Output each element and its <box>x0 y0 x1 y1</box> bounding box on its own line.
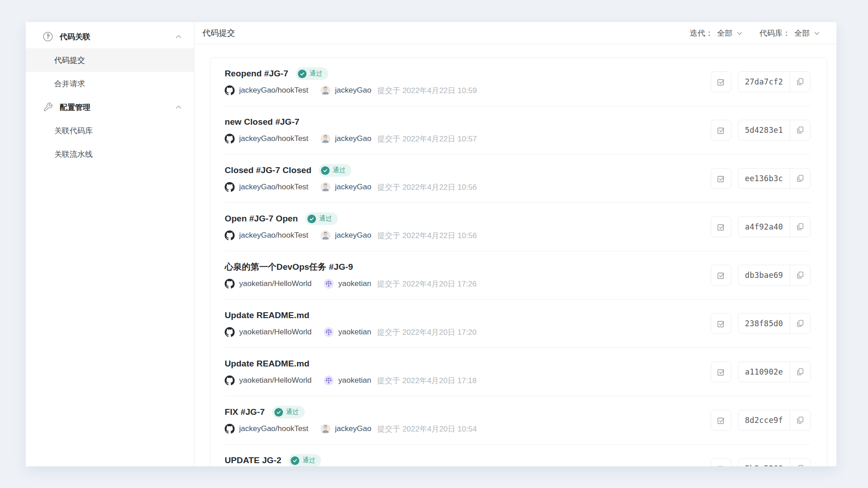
commit-row: 心泉的第一个DevOps任务 #JG-9 yaoketian/HelloWorl… <box>210 251 827 299</box>
avatar <box>324 279 334 289</box>
commit-time: 提交于 2022年4月20日 17:20 <box>377 327 476 338</box>
sidebar-item-linked-repos[interactable]: 关联代码库 <box>26 119 194 142</box>
commit-hash[interactable]: a4f92a40 <box>738 217 790 237</box>
commit-title: Reopend #JG-7 <box>225 69 288 79</box>
commit-hash[interactable]: ee136b3c <box>738 169 790 188</box>
author-name: jackeyGao <box>335 86 371 95</box>
copy-hash-button[interactable] <box>790 120 810 140</box>
repo-name: jackeyGao/hookTest <box>239 183 308 192</box>
github-icon <box>225 85 235 95</box>
commit-title: Open #JG-7 Open <box>225 214 298 224</box>
github-icon <box>225 182 235 192</box>
avatar-identicon-svg <box>324 327 334 337</box>
commit-hash-button: ee136b3c <box>738 168 811 189</box>
status-badge: 通过 <box>319 164 351 177</box>
sidebar-group-config-management[interactable]: 配置管理 <box>26 95 194 119</box>
commit-hash[interactable]: a110902e <box>738 362 790 382</box>
commit-info: 心泉的第一个DevOps任务 #JG-9 yaoketian/HelloWorl… <box>225 261 711 289</box>
copy-hash-button[interactable] <box>790 169 810 188</box>
commit-time: 提交于 2022年4月20日 17:18 <box>377 375 476 386</box>
status-badge: 通过 <box>272 406 305 418</box>
commit-hash-button: a4f92a40 <box>738 216 811 237</box>
sidebar-group-code-association[interactable]: 代码关联 <box>26 25 194 48</box>
commit-hash[interactable]: 238f85d0 <box>738 314 790 333</box>
copy-hash-button[interactable] <box>790 410 810 430</box>
link-workitem-button[interactable] <box>711 265 731 286</box>
link-workitem-button[interactable] <box>711 216 731 237</box>
commit-hash-button: 27da7cf2 <box>738 71 811 92</box>
copy-hash-button[interactable] <box>790 362 810 382</box>
commit-title: UPDATE JG-2 <box>225 455 281 465</box>
commit-info: new Closed #JG-7 jackeyGao/hookTest <box>225 116 711 144</box>
status-badge-label: 通过 <box>319 215 332 223</box>
commit-hash[interactable]: 5d4283e1 <box>738 120 790 140</box>
repo-name: yaoketian/HelloWorld <box>239 279 311 288</box>
avatar-person-svg <box>321 424 330 434</box>
commit-row: Closed #JG-7 Closed 通过 jackeyGao/hookTes… <box>210 155 827 202</box>
link-workitem-button[interactable] <box>711 71 731 92</box>
copy-hash-button[interactable] <box>790 459 810 466</box>
avatar <box>321 424 330 434</box>
checkbox-icon <box>716 416 726 425</box>
commit-meta: jackeyGao/hookTest jackeyGao 提交于 2022年4月… <box>225 423 711 434</box>
commit-title: 心泉的第一个DevOps任务 #JG-9 <box>225 261 353 273</box>
commit-row: Update README.md yaoketian/HelloWorld <box>210 300 827 347</box>
avatar-person-svg <box>321 85 330 95</box>
filter-label: 迭代： <box>690 28 713 38</box>
commit-meta: jackeyGao/hookTest jackeyGao 提交于 2022年4月… <box>225 230 711 241</box>
commit-hash[interactable]: 8d2cce9f <box>738 410 790 430</box>
repo-name: yaoketian/HelloWorld <box>239 328 311 337</box>
commit-info: Update README.md yaoketian/HelloWorld <box>225 310 711 338</box>
avatar-identicon-svg <box>324 375 334 385</box>
repo-name: yaoketian/HelloWorld <box>239 376 311 385</box>
commit-time: 提交于 2022年4月22日 10:56 <box>377 230 476 241</box>
commit-list: Reopend #JG-7 通过 jackeyGao/hookTest <box>210 57 827 466</box>
sidebar-group-label: 代码关联 <box>60 32 174 42</box>
checkbox-icon <box>716 77 726 87</box>
sidebar-item-code-commits[interactable]: 代码提交 <box>26 48 194 72</box>
commit-info: FIX #JG-7 通过 jackeyGao/hookTest <box>225 406 711 434</box>
chevron-down-icon <box>736 30 743 37</box>
check-circle-icon <box>291 456 299 465</box>
link-workitem-button[interactable] <box>711 361 731 382</box>
link-workitem-button[interactable] <box>711 458 731 466</box>
iteration-filter-dropdown[interactable]: 迭代： 全部 <box>690 28 743 38</box>
checkbox-icon <box>716 367 726 377</box>
commit-hash[interactable]: 5b3c5968 <box>738 459 790 466</box>
commit-meta: yaoketian/HelloWorld <box>225 278 711 289</box>
link-workitem-button[interactable] <box>711 168 731 189</box>
repository-filter-dropdown[interactable]: 代码库： 全部 <box>760 28 821 38</box>
sidebar-item-linked-pipelines[interactable]: 关联流水线 <box>26 142 194 166</box>
avatar-person-svg <box>321 182 330 192</box>
commit-row: UPDATE JG-2 通过 <box>210 445 827 466</box>
commit-actions: a4f92a40 <box>711 216 811 237</box>
copy-icon <box>796 367 805 376</box>
repo-name: jackeyGao/hookTest <box>239 86 308 95</box>
commit-hash[interactable]: 27da7cf2 <box>738 72 790 92</box>
copy-hash-button[interactable] <box>790 72 810 92</box>
author-name: jackeyGao <box>335 134 371 143</box>
main-area: 代码提交 迭代： 全部 代码库： 全部 <box>194 22 836 466</box>
commit-time: 提交于 2022年4月22日 10:59 <box>377 85 476 96</box>
commit-info: Reopend #JG-7 通过 jackeyGao/hookTest <box>225 68 711 96</box>
status-badge: 通过 <box>305 212 338 225</box>
branch-icon <box>43 32 53 42</box>
author-name: jackeyGao <box>335 424 371 433</box>
commit-title: Closed #JG-7 Closed <box>225 165 311 175</box>
commit-time: 提交于 2022年4月20日 17:26 <box>377 279 476 289</box>
github-icon <box>225 424 235 434</box>
commit-hash[interactable]: db3bae69 <box>738 265 790 285</box>
checkbox-icon <box>716 174 726 183</box>
checkbox-icon <box>716 319 726 328</box>
github-icon <box>225 375 235 385</box>
link-workitem-button[interactable] <box>711 120 731 141</box>
sidebar-item-merge-requests[interactable]: 合并请求 <box>26 72 194 95</box>
copy-hash-button[interactable] <box>790 314 810 333</box>
avatar-person-svg <box>321 230 330 240</box>
checkbox-icon <box>716 126 726 135</box>
copy-hash-button[interactable] <box>790 265 810 285</box>
link-workitem-button[interactable] <box>711 410 731 431</box>
link-workitem-button[interactable] <box>711 313 731 334</box>
check-circle-icon <box>321 166 330 175</box>
copy-hash-button[interactable] <box>790 217 810 237</box>
